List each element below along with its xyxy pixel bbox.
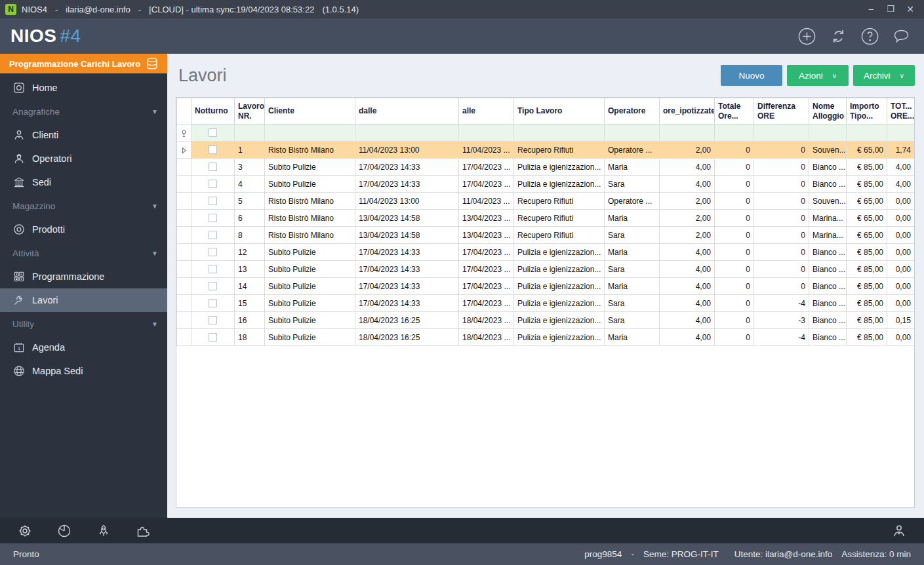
help-icon[interactable] <box>860 27 879 46</box>
cell-importo[interactable]: € 65,00 <box>847 227 887 244</box>
cell-nr[interactable]: 5 <box>235 193 265 210</box>
cell-tipo[interactable]: Recupero Rifiuti <box>514 210 605 227</box>
cell-importo[interactable]: € 85,00 <box>847 329 887 346</box>
sidebar-group-utility[interactable]: Utility ▼ <box>0 312 167 336</box>
checkbox[interactable] <box>209 316 217 324</box>
cell-nr[interactable]: 16 <box>235 312 265 329</box>
cell-operatore[interactable]: Sara <box>605 176 660 193</box>
cell-dalle[interactable]: 13/04/2023 14:58 <box>355 227 459 244</box>
filter-cell[interactable] <box>355 125 459 142</box>
cell-tipo[interactable]: Recupero Rifiuti <box>514 227 605 244</box>
cell-tipo[interactable]: Pulizia e igienizzazion... <box>514 295 605 312</box>
table-row[interactable]: 3 Subito Pulizie 17/04/2023 14:33 17/04/… <box>177 159 915 176</box>
cell-diff[interactable]: -4 <box>754 295 809 312</box>
filter-cell[interactable] <box>715 125 754 142</box>
cell-tipo[interactable]: Pulizia e igienizzazion... <box>514 159 605 176</box>
minimize-button[interactable]: – <box>861 4 881 14</box>
cell-cliente[interactable]: Risto Bistrò Milano <box>265 210 355 227</box>
cell-notturno[interactable] <box>191 142 235 159</box>
cell-totale[interactable]: 0 <box>715 176 754 193</box>
sync-icon[interactable] <box>829 27 848 46</box>
cell-dalle[interactable]: 17/04/2023 14:33 <box>355 159 459 176</box>
table-row[interactable]: 12 Subito Pulizie 17/04/2023 14:33 17/04… <box>177 244 915 261</box>
sidebar-group-anagrafiche[interactable]: Anagrafiche ▼ <box>0 100 167 123</box>
cell-totale[interactable]: 0 <box>715 159 754 176</box>
cell-notturno[interactable] <box>191 295 235 312</box>
cell-ore[interactable]: 4,00 <box>660 278 715 295</box>
cell-dalle[interactable]: 11/04/2023 13:00 <box>355 142 459 159</box>
cell-dalle[interactable]: 18/04/2023 16:25 <box>355 312 459 329</box>
cell-alle[interactable]: 17/04/2023 ... <box>459 176 514 193</box>
cell-alle[interactable]: 17/04/2023 ... <box>459 244 514 261</box>
checkbox[interactable] <box>209 299 217 307</box>
close-button[interactable]: ✕ <box>900 4 920 14</box>
rocket-icon[interactable] <box>96 523 111 539</box>
sidebar-item-prodotti[interactable]: Prodotti <box>0 218 167 241</box>
cell-alle[interactable]: 11/04/2023 ... <box>459 193 514 210</box>
cell-totale[interactable]: 0 <box>715 227 754 244</box>
cell-diff[interactable]: -4 <box>754 329 809 346</box>
cell-alloggio[interactable]: Bianco ... <box>809 329 847 346</box>
cell-ore[interactable]: 4,00 <box>660 244 715 261</box>
cell-diff[interactable]: 0 <box>754 193 809 210</box>
col-totale-ore[interactable]: Totale Ore... <box>715 98 754 125</box>
cell-notturno[interactable] <box>191 210 235 227</box>
checkbox[interactable] <box>209 146 217 154</box>
archivi-button[interactable]: Archivi ∨ <box>853 65 915 86</box>
table-row[interactable]: 1 Risto Bistrò Milano 11/04/2023 13:00 1… <box>177 142 915 159</box>
checkbox[interactable] <box>209 163 217 171</box>
cell-operatore[interactable]: Maria <box>605 244 660 261</box>
chat-icon[interactable] <box>892 27 911 46</box>
filter-cell[interactable] <box>605 125 660 142</box>
cell-totale[interactable]: 0 <box>715 329 754 346</box>
filter-row[interactable] <box>177 125 915 142</box>
cell-tot[interactable]: 0,00 <box>887 193 915 210</box>
checkbox[interactable] <box>209 282 217 290</box>
cell-cliente[interactable]: Subito Pulizie <box>265 295 355 312</box>
cell-dalle[interactable]: 18/04/2023 16:25 <box>355 329 459 346</box>
cell-alle[interactable]: 17/04/2023 ... <box>459 261 514 278</box>
cell-nr[interactable]: 6 <box>235 210 265 227</box>
cell-notturno[interactable] <box>191 193 235 210</box>
cell-cliente[interactable]: Subito Pulizie <box>265 312 355 329</box>
cell-dalle[interactable]: 13/04/2023 14:58 <box>355 210 459 227</box>
cell-diff[interactable]: 0 <box>754 278 809 295</box>
cell-notturno[interactable] <box>191 329 235 346</box>
cell-importo[interactable]: € 65,00 <box>847 142 887 159</box>
col-alle[interactable]: alle <box>459 98 514 125</box>
cell-ore[interactable]: 2,00 <box>660 193 715 210</box>
cell-ore[interactable]: 4,00 <box>660 329 715 346</box>
puzzle-icon[interactable] <box>135 523 151 539</box>
cell-alle[interactable]: 11/04/2023 ... <box>459 142 514 159</box>
filter-cell[interactable] <box>265 125 355 142</box>
cell-alloggio[interactable]: Bianco ... <box>809 278 847 295</box>
cell-importo[interactable]: € 65,00 <box>847 193 887 210</box>
maximize-button[interactable]: ❒ <box>881 4 900 14</box>
cell-notturno[interactable] <box>191 244 235 261</box>
cell-importo[interactable]: € 85,00 <box>847 261 887 278</box>
cell-importo[interactable]: € 85,00 <box>847 159 887 176</box>
cell-dalle[interactable]: 11/04/2023 13:00 <box>355 193 459 210</box>
cell-cliente[interactable]: Risto Bistrò Milano <box>265 193 355 210</box>
cell-diff[interactable]: 0 <box>754 244 809 261</box>
cell-tipo[interactable]: Pulizia e igienizzazion... <box>514 278 605 295</box>
cell-dalle[interactable]: 17/04/2023 14:33 <box>355 295 459 312</box>
pie-chart-icon[interactable] <box>56 523 72 539</box>
cell-alloggio[interactable]: Bianco ... <box>809 176 847 193</box>
cell-ore[interactable]: 2,00 <box>660 210 715 227</box>
sidebar-item-mappa-sedi[interactable]: Mappa Sedi <box>0 359 167 383</box>
database-banner[interactable]: Programmazione Carichi Lavoro <box>0 54 167 73</box>
col-cliente[interactable]: Cliente <box>265 98 355 125</box>
sidebar-item-lavori[interactable]: Lavori <box>0 288 167 312</box>
col-lavoro-nr[interactable]: Lavoro NR. <box>235 98 265 125</box>
cell-importo[interactable]: € 85,00 <box>847 244 887 261</box>
cell-operatore[interactable]: Operatore ... <box>605 142 660 159</box>
cell-dalle[interactable]: 17/04/2023 14:33 <box>355 261 459 278</box>
cell-operatore[interactable]: Sara <box>605 227 660 244</box>
cell-nr[interactable]: 18 <box>235 329 265 346</box>
filter-cell[interactable] <box>514 125 605 142</box>
cell-ore[interactable]: 2,00 <box>660 142 715 159</box>
cell-tipo[interactable]: Pulizia e igienizzazion... <box>514 312 605 329</box>
cell-alle[interactable]: 13/04/2023 ... <box>459 227 514 244</box>
table-row[interactable]: 16 Subito Pulizie 18/04/2023 16:25 18/04… <box>177 312 915 329</box>
